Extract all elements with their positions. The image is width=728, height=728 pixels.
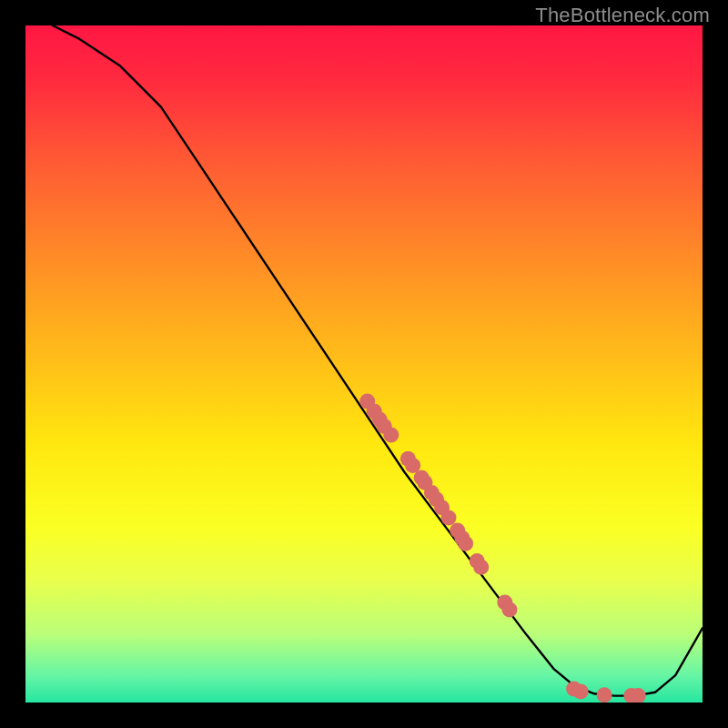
highlight-dot (597, 687, 612, 703)
highlight-dot (458, 536, 473, 551)
chart-svg (25, 25, 703, 703)
highlight-dot (383, 428, 399, 443)
highlight-dot (573, 684, 589, 700)
highlight-dot (502, 602, 518, 618)
watermark-text: TheBottleneck.com (535, 4, 710, 27)
plot-area (25, 25, 703, 703)
highlight-dot (473, 560, 489, 575)
gradient-background (25, 25, 703, 703)
chart-stage: TheBottleneck.com (0, 0, 728, 728)
highlight-dot (441, 510, 457, 525)
